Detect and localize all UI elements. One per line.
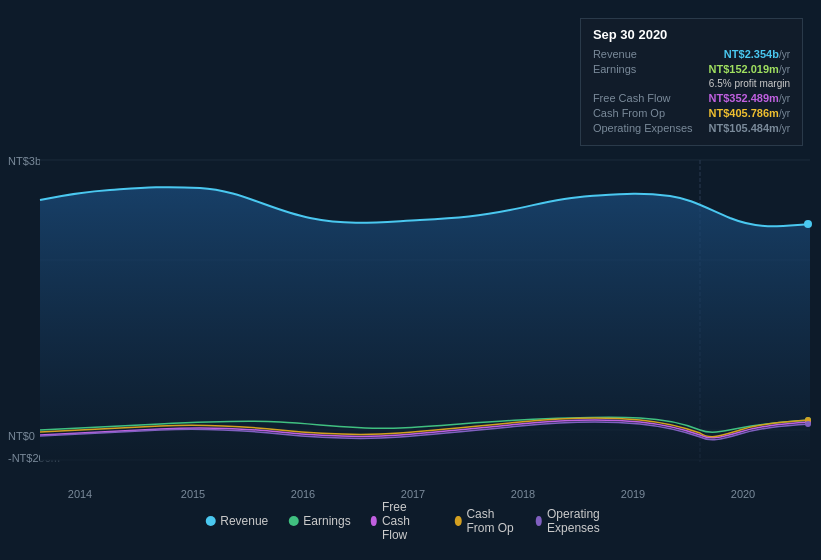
tooltip-cashop-row: Cash From Op NT$405.786m/yr xyxy=(593,107,790,119)
legend-fcf-label: Free Cash Flow xyxy=(382,500,435,542)
legend-earnings-dot xyxy=(288,516,298,526)
tooltip-earnings-label: Earnings xyxy=(593,63,636,75)
tooltip-earnings-row: Earnings NT$152.019m/yr xyxy=(593,63,790,75)
chart-container: Sep 30 2020 Revenue NT$2.354b/yr Earning… xyxy=(0,0,821,560)
legend-fcf: Free Cash Flow xyxy=(371,500,435,542)
svg-point-10 xyxy=(805,421,811,427)
tooltip-earnings-value: NT$152.019m/yr xyxy=(709,63,790,75)
tooltip-cashop-value: NT$405.786m/yr xyxy=(709,107,790,119)
legend-revenue-label: Revenue xyxy=(220,514,268,528)
legend-revenue-dot xyxy=(205,516,215,526)
tooltip-date: Sep 30 2020 xyxy=(593,27,790,42)
svg-point-6 xyxy=(804,220,812,228)
legend-cashop-dot xyxy=(455,516,461,526)
tooltip-margin-row: 6.5% profit margin xyxy=(593,78,790,89)
tooltip-margin-text: 6.5% profit margin xyxy=(709,78,790,89)
legend-earnings-label: Earnings xyxy=(303,514,350,528)
tooltip-fcf-label: Free Cash Flow xyxy=(593,92,671,104)
legend-revenue: Revenue xyxy=(205,514,268,528)
legend-opex-label: Operating Expenses xyxy=(547,507,616,535)
tooltip-fcf-row: Free Cash Flow NT$352.489m/yr xyxy=(593,92,790,104)
tooltip-revenue-row: Revenue NT$2.354b/yr xyxy=(593,48,790,60)
tooltip-fcf-value: NT$352.489m/yr xyxy=(709,92,790,104)
legend-earnings: Earnings xyxy=(288,514,350,528)
tooltip: Sep 30 2020 Revenue NT$2.354b/yr Earning… xyxy=(580,18,803,146)
legend-cashop: Cash From Op xyxy=(455,507,516,535)
tooltip-opex-label: Operating Expenses xyxy=(593,122,693,134)
legend: Revenue Earnings Free Cash Flow Cash Fro… xyxy=(205,500,616,542)
legend-fcf-dot xyxy=(371,516,377,526)
tooltip-revenue-value: NT$2.354b/yr xyxy=(724,48,790,60)
tooltip-cashop-label: Cash From Op xyxy=(593,107,665,119)
legend-opex: Operating Expenses xyxy=(536,507,616,535)
legend-opex-dot xyxy=(536,516,542,526)
tooltip-opex-row: Operating Expenses NT$105.484m/yr xyxy=(593,122,790,134)
legend-cashop-label: Cash From Op xyxy=(466,507,515,535)
tooltip-opex-value: NT$105.484m/yr xyxy=(709,122,790,134)
tooltip-revenue-label: Revenue xyxy=(593,48,637,60)
